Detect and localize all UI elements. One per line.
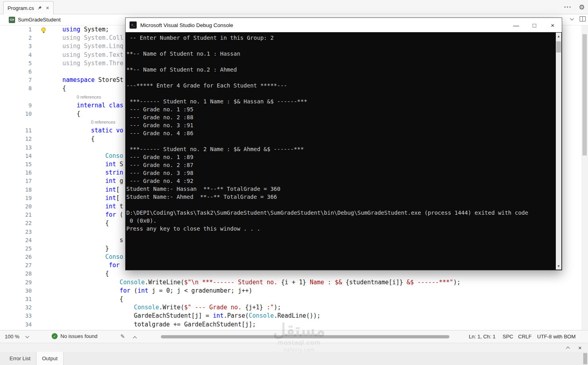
editor-scrollbar-thumb[interactable] <box>582 34 587 155</box>
code-line: 33GardeEachStudent[j] = int.Parse(Consol… <box>0 312 588 320</box>
editor-vertical-scrollbar[interactable] <box>581 25 588 330</box>
debug-console-window: >_ Microsoft Visual Studio Debug Console… <box>125 17 562 270</box>
console-scrollbar[interactable]: ▲ ▼ <box>556 33 561 270</box>
code-line: 31{ <box>0 295 588 303</box>
scroll-down-icon[interactable]: ▼ <box>556 263 561 269</box>
cursor-position[interactable]: Ln: 1, Ch: 1 <box>469 334 495 340</box>
tab-output[interactable]: Output <box>36 352 64 365</box>
console-title-bar[interactable]: >_ Microsoft Visual Studio Debug Console… <box>126 18 562 32</box>
console-scrollbar-thumb[interactable] <box>556 41 561 52</box>
code-line: 29Console.WriteLine($"\n ***------ Stude… <box>0 278 588 287</box>
console-icon: >_ <box>130 21 137 29</box>
tab-bar: Program.cs × ··· ⚙ <box>0 0 588 14</box>
encoding[interactable]: UTF-8 with BOM <box>537 334 576 340</box>
zoom-control[interactable]: 100 % <box>5 334 29 340</box>
panel-collapse-icon[interactable] <box>566 347 570 351</box>
chevron-down-icon[interactable] <box>570 16 574 20</box>
pin-icon[interactable] <box>37 6 42 10</box>
tab-close-icon[interactable]: × <box>46 5 49 11</box>
cleanup-icon[interactable]: ✎ <box>120 333 125 340</box>
close-button[interactable]: × <box>544 18 562 32</box>
minimize-button[interactable]: — <box>507 18 525 32</box>
bottom-panel-tabs: Error List Output <box>0 352 588 365</box>
maximize-button[interactable]: □ <box>525 18 544 32</box>
tab-error-list[interactable]: Error List <box>4 352 36 365</box>
tab-title: Program.cs <box>8 5 34 11</box>
console-text: -- Enter Number of Student in this Group… <box>126 34 555 269</box>
gear-icon[interactable]: ⚙ <box>579 3 585 12</box>
tab-program-cs[interactable]: Program.cs × <box>3 1 54 14</box>
breadcrumb-project[interactable]: SumGradeStudent <box>18 17 61 23</box>
horizontal-scrollbar[interactable] <box>161 335 449 338</box>
zoom-level: 100 % <box>5 334 19 340</box>
code-line: 34totalgrade += GardeEachStudent[j]; <box>0 320 588 329</box>
bottom-panel-header: × <box>0 343 588 352</box>
expand-panel-icon[interactable] <box>133 336 137 340</box>
issues-text: No issues found <box>60 333 97 339</box>
code-line: 30for (int j = 0; j < gradenumber; j++) <box>0 287 588 295</box>
panel-scrollbar-thumb[interactable] <box>583 353 587 364</box>
line-ending[interactable]: CRLF <box>518 334 532 340</box>
split-editor-icon[interactable] <box>580 16 586 21</box>
scroll-up-icon[interactable]: ▲ <box>556 33 561 39</box>
code-line: 28{ <box>0 270 588 278</box>
issues-indicator[interactable]: ✓ No issues found <box>52 333 97 339</box>
code-line: 32Console.Write($" --- Grade no. {j+1} :… <box>0 303 588 312</box>
console-title: Microsoft Visual Studio Debug Console <box>140 22 233 28</box>
csharp-file-icon: C# <box>9 17 15 23</box>
check-icon: ✓ <box>52 333 58 339</box>
indentation-mode[interactable]: SPC <box>503 334 513 340</box>
more-options-icon[interactable]: ··· <box>564 4 572 11</box>
lightbulb-icon[interactable] <box>41 27 46 32</box>
zoom-chevron-icon[interactable] <box>25 334 29 338</box>
panel-close-icon[interactable]: × <box>578 345 582 351</box>
status-bar: 100 % ✓ No issues found ✎ Ln: 1, Ch: 1 S… <box>0 330 588 343</box>
